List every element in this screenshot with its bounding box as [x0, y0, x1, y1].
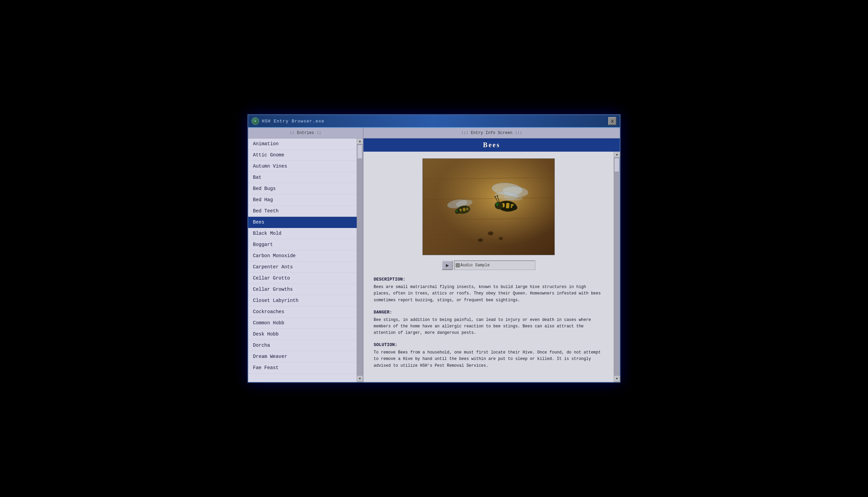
entry-image-container — [374, 158, 604, 255]
right-scroll-track — [614, 158, 620, 376]
svg-point-9 — [478, 239, 483, 242]
entry-image — [423, 158, 555, 255]
close-button[interactable]: X — [608, 117, 616, 125]
list-item[interactable]: Carbon Monoxide — [248, 250, 357, 261]
entries-header: :: Entries :: — [248, 128, 364, 138]
entry-title: Bees — [483, 141, 500, 148]
right-content-area: ▶ Audio Sample DESCRIPTION: Bees are sma… — [364, 152, 614, 382]
audio-label: Audio Sample — [460, 263, 490, 268]
audio-led — [456, 263, 460, 267]
right-scrollbar[interactable]: ▲ ▼ — [614, 152, 620, 382]
entries-list: AnimationAttic GnomeAutumn VinesBatBed B… — [248, 138, 357, 382]
entry-title-bar: Bees — [364, 138, 620, 152]
list-item[interactable]: Bed Bugs — [248, 183, 357, 194]
main-area: :: Entries :: ::: Entry Info Screen ::: … — [248, 128, 620, 382]
play-button[interactable]: ▶ — [442, 260, 453, 270]
scroll-down-arrow[interactable]: ▼ — [357, 376, 363, 382]
list-item[interactable]: Bees — [248, 217, 357, 228]
svg-rect-26 — [506, 203, 510, 209]
list-item[interactable]: Black Mold — [248, 228, 357, 239]
list-item[interactable]: Closet Labyrinth — [248, 295, 357, 306]
list-item[interactable]: Animation — [248, 138, 357, 150]
scroll-track — [357, 144, 363, 376]
list-item[interactable]: Cellar Grotto — [248, 273, 357, 284]
entry-content: ▶ Audio Sample DESCRIPTION: Bees are sma… — [364, 152, 614, 382]
description-text: Bees are small matriarchal flying insect… — [374, 284, 604, 304]
title-bar-left: ✦ HSH Entry Browser.exe — [252, 117, 324, 125]
description-label: DESCRIPTION: — [374, 277, 604, 282]
list-scrollbar[interactable]: ▲ ▼ — [357, 138, 363, 382]
bee-illustration — [423, 159, 555, 255]
list-item[interactable]: Bed Hag — [248, 194, 357, 205]
app-title: HSH Entry Browser.exe — [262, 119, 324, 124]
list-item[interactable]: Bed Teeth — [248, 205, 357, 217]
app-window: ✦ HSH Entry Browser.exe X :: Entries :: … — [248, 114, 620, 383]
solution-label: SOLUTION: — [374, 342, 604, 347]
right-panel: Bees — [364, 138, 620, 382]
left-panel: AnimationAttic GnomeAutumn VinesBatBed B… — [248, 138, 364, 382]
list-item[interactable]: Desk Hobb — [248, 329, 357, 340]
audio-progress-bar: Audio Sample — [454, 260, 535, 270]
danger-label: DANGER: — [374, 310, 604, 315]
list-item[interactable]: Dorcha — [248, 340, 357, 351]
solution-text: To remove Bees from a household, one mus… — [374, 350, 604, 369]
right-scroll-down[interactable]: ▼ — [614, 376, 620, 382]
entry-info-header: ::: Entry Info Screen ::: — [364, 128, 620, 138]
section-headers: :: Entries :: ::: Entry Info Screen ::: — [248, 128, 620, 138]
list-item[interactable]: Boggart — [248, 239, 357, 250]
list-item[interactable]: Dream Weaver — [248, 351, 357, 362]
list-item[interactable]: Bat — [248, 172, 357, 183]
svg-point-8 — [499, 237, 503, 240]
right-panel-inner: ▶ Audio Sample DESCRIPTION: Bees are sma… — [364, 152, 620, 382]
list-item[interactable]: Autumn Vines — [248, 161, 357, 172]
scroll-up-arrow[interactable]: ▲ — [357, 138, 363, 144]
list-item[interactable]: Fae Feast — [248, 362, 357, 373]
scroll-thumb[interactable] — [358, 145, 363, 159]
svg-rect-2 — [423, 159, 555, 255]
app-icon: ✦ — [252, 117, 259, 125]
list-item[interactable]: Cellar Growths — [248, 284, 357, 295]
right-scroll-up[interactable]: ▲ — [614, 152, 620, 158]
audio-row: ▶ Audio Sample — [374, 260, 604, 270]
list-item[interactable]: Cockroaches — [248, 306, 357, 317]
title-bar: ✦ HSH Entry Browser.exe X — [248, 115, 620, 128]
list-item[interactable]: Carpenter Ants — [248, 261, 357, 273]
list-item[interactable]: Common Hobb — [248, 317, 357, 329]
content-area: AnimationAttic GnomeAutumn VinesBatBed B… — [248, 138, 620, 382]
svg-point-7 — [488, 231, 493, 236]
right-scroll-thumb[interactable] — [615, 158, 619, 172]
danger-text: Bee stings, in addition to being painful… — [374, 317, 604, 337]
list-item[interactable]: Attic Gnome — [248, 150, 357, 161]
list-container: AnimationAttic GnomeAutumn VinesBatBed B… — [248, 138, 363, 382]
